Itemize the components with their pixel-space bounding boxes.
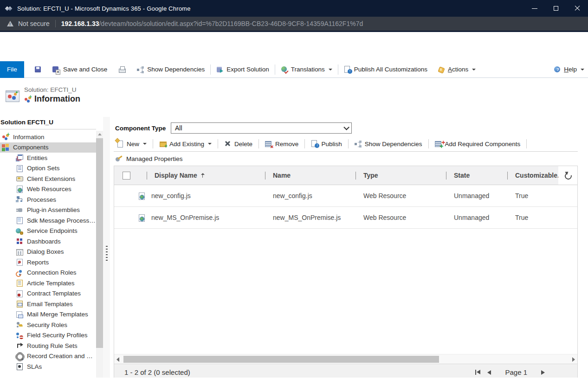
add-required-components-button[interactable]: Add Required Components <box>433 140 522 148</box>
record-count: 1 - 2 of 2 (0 selected) <box>124 368 190 376</box>
sidebar-scrollbar[interactable] <box>96 131 103 378</box>
scroll-right-icon[interactable] <box>572 357 575 362</box>
managed-properties-button[interactable]: Managed Properties <box>114 152 578 166</box>
scroll-up-button[interactable] <box>96 131 103 138</box>
sidebar-item-slas[interactable]: SLAs <box>0 361 96 372</box>
sidebar-item-plug-in-assemblies[interactable]: Plug-in Assemblies <box>0 205 96 216</box>
url-path[interactable]: /devteam/tools/solution/edit.aspx?id=%7b… <box>99 20 363 27</box>
sidebar-item-field-security-profiles[interactable]: Field Security Profiles <box>0 330 96 341</box>
sidebar-item-web-resources[interactable]: Web Resources <box>0 184 96 195</box>
sidebar-item-option-sets[interactable]: Option Sets <box>0 163 96 174</box>
sidebar-item-dashboards[interactable]: Dashboards <box>0 236 96 247</box>
entities-icon <box>16 154 23 161</box>
browser-url-bar[interactable]: Not secure 192.168.1.33/devteam/tools/so… <box>0 17 588 32</box>
new-button[interactable]: New <box>115 140 148 148</box>
sidebar-item-service-endpoints[interactable]: Service Endpoints <box>0 226 96 237</box>
main-panel: Component Type All New Add Existing Dele <box>114 117 578 378</box>
managed-properties-icon <box>116 155 123 162</box>
table-row[interactable]: new_config.js new_config.js Web Resource… <box>114 185 577 207</box>
sidebar-item-record-creation-and-u[interactable]: Record Creation and U... <box>0 351 96 362</box>
show-dependencies-label: Show Dependencies <box>147 66 205 73</box>
plugin-assemblies-icon <box>16 206 23 214</box>
publish-all-customizations-button[interactable]: Publish All Customizations <box>342 66 429 73</box>
column-header-name[interactable]: Name <box>265 166 355 185</box>
actions-button[interactable]: Actions <box>436 66 478 73</box>
sidebar-item-dialog-boxes[interactable]: Dialog Boxes <box>0 247 96 257</box>
export-solution-button[interactable]: Export Solution <box>214 66 271 73</box>
sidebar-item-routing-rule-sets[interactable]: Routing Rule Sets <box>0 340 96 351</box>
arrow-up-icon <box>98 133 102 135</box>
sidebar-item-connection-roles[interactable]: Connection Roles <box>0 268 96 278</box>
scroll-left-icon[interactable] <box>116 357 119 362</box>
splitter-grip-icon[interactable] <box>106 246 108 262</box>
column-header-customizable[interactable]: Customizable... <box>507 166 558 185</box>
horizontal-scrollbar[interactable] <box>114 354 577 364</box>
table-row[interactable]: new_MS_OnPremise.js new_MS_OnPremise.js … <box>114 207 577 229</box>
cell-type: Web Resource <box>355 192 446 199</box>
print-button[interactable] <box>116 66 128 73</box>
cell-display-name[interactable]: new_config.js <box>147 192 265 199</box>
refresh-button[interactable] <box>558 166 577 185</box>
sidebar-item-contract-templates[interactable]: Contract Templates <box>0 289 96 299</box>
sidebar-item-security-roles[interactable]: Security Roles <box>0 320 96 330</box>
column-header-type[interactable]: Type <box>355 166 446 185</box>
scrollbar-thumb[interactable] <box>123 356 439 363</box>
select-all-checkbox[interactable] <box>123 172 130 180</box>
sidebar-item-article-templates[interactable]: Article Templates <box>0 278 96 289</box>
sidebar-item-client-extensions[interactable]: Client Extensions <box>0 173 96 184</box>
export-solution-icon <box>216 66 224 73</box>
sidebar-item-cut-item[interactable] <box>0 372 96 378</box>
show-dependencies-button[interactable]: Show Dependencies <box>135 66 207 73</box>
field-security-icon <box>16 332 23 339</box>
save-button[interactable] <box>32 66 44 73</box>
grid-header-row: Display Name Name Type State Customizabl… <box>114 166 577 185</box>
translations-button[interactable]: Translations <box>279 66 334 73</box>
minimize-button[interactable] <box>524 0 545 17</box>
column-header-state[interactable]: State <box>446 166 507 185</box>
help-button[interactable]: Help <box>552 66 586 73</box>
managed-properties-label: Managed Properties <box>126 155 183 162</box>
cell-state: Unmanaged <box>446 192 507 199</box>
cell-customizable: True <box>507 192 558 199</box>
information-icon <box>2 133 9 141</box>
sidebar-item-email-templates[interactable]: Email Templates <box>0 299 96 309</box>
pane-splitter[interactable] <box>103 117 114 378</box>
previous-page-button[interactable] <box>487 370 491 375</box>
sidebar-item-reports[interactable]: Reports <box>0 257 96 268</box>
close-button[interactable] <box>567 0 588 17</box>
first-page-button[interactable] <box>475 370 481 375</box>
next-page-button[interactable] <box>541 370 545 375</box>
column-header-display-name[interactable]: Display Name <box>147 166 265 185</box>
remove-button[interactable]: Remove <box>264 140 300 148</box>
security-roles-icon <box>16 321 23 328</box>
solution-name: Solution: EFCTI_U <box>24 86 80 93</box>
publish-button[interactable]: Publish <box>310 140 343 148</box>
url-host[interactable]: 192.168.1.33 <box>61 20 99 27</box>
file-tab[interactable]: File <box>0 61 24 78</box>
not-secure-label[interactable]: Not secure <box>18 20 50 27</box>
translations-label: Translations <box>291 66 325 73</box>
maximize-button[interactable] <box>545 0 567 17</box>
components-icon <box>2 144 9 151</box>
show-dependencies-grid-button[interactable]: Show Dependencies <box>353 140 424 148</box>
show-dependencies-label: Show Dependencies <box>365 141 422 148</box>
sidebar-item-processes[interactable]: Processes <box>0 194 96 205</box>
sidebar-item-mail-merge-templates[interactable]: Mail Merge Templates <box>0 309 96 320</box>
add-existing-button[interactable]: Add Existing <box>158 140 213 148</box>
chevron-down-icon <box>343 124 349 130</box>
save-and-close-button[interactable]: Save and Close <box>50 66 109 73</box>
sidebar-item-sdk-message-processin[interactable]: Sdk Message Processin... <box>0 215 96 226</box>
window-titlebar: Solution: EFCTI_U - Microsoft Dynamics 3… <box>0 0 588 17</box>
cut-item-icon <box>16 373 23 378</box>
contract-templates-icon <box>16 290 23 297</box>
sidebar-item-components[interactable]: Components <box>0 142 96 153</box>
scrollbar-thumb[interactable] <box>96 138 103 348</box>
sort-ascending-icon <box>200 173 205 178</box>
sidebar-item-entities[interactable]: Entities <box>0 153 96 163</box>
add-required-components-label: Add Required Components <box>445 141 521 148</box>
delete-button[interactable]: Delete <box>223 140 254 148</box>
cell-display-name[interactable]: new_MS_OnPremise.js <box>147 214 265 221</box>
sidebar-item-information[interactable]: Information <box>0 132 96 142</box>
component-type-select[interactable]: All <box>171 122 352 134</box>
publish-all-icon <box>344 66 351 73</box>
